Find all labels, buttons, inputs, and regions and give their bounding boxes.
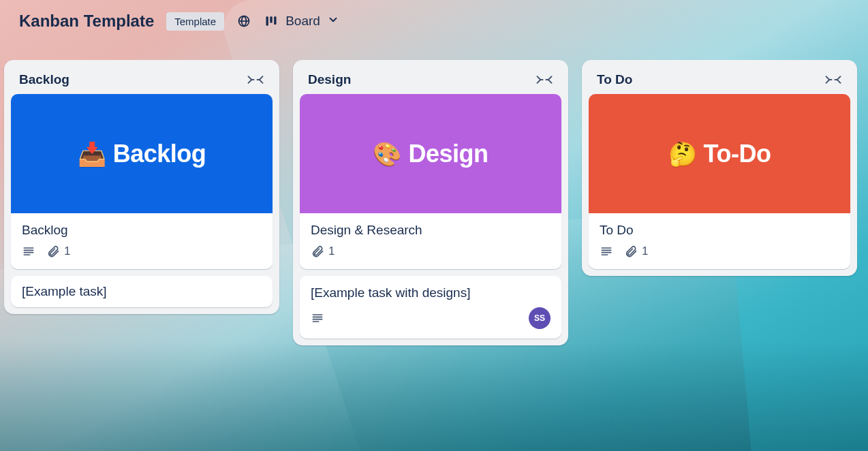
list-backlog[interactable]: Backlog 📥 Backlog Backlog <box>4 60 279 314</box>
card-title: To Do <box>600 223 839 238</box>
globe-icon[interactable] <box>236 14 251 29</box>
board-area[interactable]: Backlog 📥 Backlog Backlog <box>0 42 868 451</box>
card-badges <box>311 311 324 325</box>
card[interactable]: [Example task] <box>11 276 273 307</box>
card-title: Backlog <box>22 223 262 238</box>
card-cover: 🎨 Design <box>300 94 561 213</box>
card-badges: 1 <box>22 245 262 258</box>
board-icon <box>264 14 279 29</box>
attachments-count: 1 <box>64 245 70 258</box>
cover-emoji: 📥 <box>78 140 106 168</box>
attachments-count: 1 <box>642 245 648 258</box>
card[interactable]: [Example task with designs] SS <box>300 276 561 339</box>
cover-text: To-Do <box>704 140 771 168</box>
list-name[interactable]: To Do <box>597 72 632 87</box>
description-icon <box>22 245 35 258</box>
template-badge[interactable]: Template <box>166 12 224 31</box>
card[interactable]: 🎨 Design Design & Research 1 <box>300 94 561 269</box>
collapse-icon[interactable] <box>536 73 553 87</box>
card-cover: 🤔 To-Do <box>589 94 850 213</box>
cover-text: Backlog <box>113 140 206 168</box>
cover-text: Design <box>408 140 488 168</box>
card[interactable]: 📥 Backlog Backlog 1 <box>11 94 273 269</box>
list-design[interactable]: Design 🎨 Design Design & Research <box>293 60 568 345</box>
list-name[interactable]: Design <box>308 72 351 87</box>
list-todo[interactable]: To Do 🤔 To-Do To Do <box>582 60 857 276</box>
svg-rect-3 <box>274 16 276 25</box>
svg-rect-2 <box>270 16 272 22</box>
cover-emoji: 🎨 <box>373 140 401 168</box>
chevron-down-icon <box>327 14 339 29</box>
collapse-icon[interactable] <box>824 73 842 87</box>
card-badges: 1 <box>311 245 551 258</box>
card[interactable]: 🤔 To-Do To Do 1 <box>589 94 850 269</box>
list-name[interactable]: Backlog <box>19 72 69 87</box>
attachments-badge: 1 <box>311 245 335 258</box>
card-badges: 1 <box>600 245 839 258</box>
description-icon <box>600 245 613 258</box>
attachments-badge: 1 <box>46 245 70 258</box>
list-header: Backlog <box>11 67 273 94</box>
card-title: [Example task with designs] <box>311 285 551 300</box>
card-title: [Example task] <box>22 284 107 298</box>
list-header: Design <box>300 67 561 94</box>
collapse-icon[interactable] <box>247 73 264 87</box>
board-title[interactable]: Kanban Template <box>19 12 154 31</box>
view-switcher[interactable]: Board <box>264 14 339 29</box>
cover-emoji: 🤔 <box>668 140 697 168</box>
attachments-badge: 1 <box>624 245 648 258</box>
svg-rect-1 <box>266 16 268 25</box>
card-title: Design & Research <box>311 223 551 238</box>
attachments-count: 1 <box>328 245 335 258</box>
description-icon <box>311 311 324 325</box>
member-avatar[interactable]: SS <box>529 307 551 329</box>
board-header: Kanban Template Template Board <box>0 0 868 42</box>
member-initials: SS <box>534 313 545 323</box>
view-label: Board <box>285 14 320 29</box>
list-header: To Do <box>589 67 850 94</box>
card-cover: 📥 Backlog <box>11 94 273 213</box>
